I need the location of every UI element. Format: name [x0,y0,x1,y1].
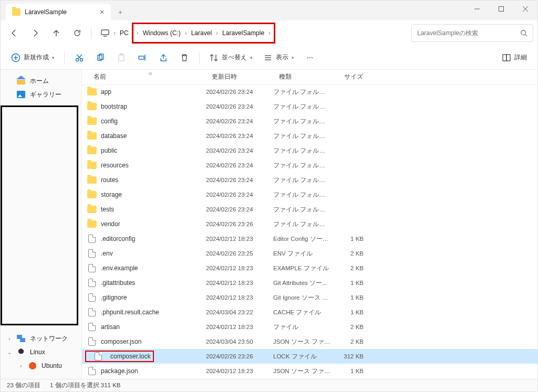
more-button[interactable]: ⋯ [302,52,318,63]
chevron-right-icon[interactable]: › [267,29,272,37]
file-date: 2024/02/26 23:24 [206,103,273,110]
close-button[interactable] [513,1,537,17]
chevron-right-icon[interactable]: › [7,336,12,342]
file-row[interactable]: composer.lock2024/02/26 23:26LOCK ファイル31… [82,349,537,364]
search-input[interactable]: LaravelSampleの検索 [411,24,533,42]
column-type[interactable]: 種類 [273,72,330,81]
file-row[interactable]: package.json2024/02/12 18:23JSON ソース ファイ… [82,364,537,378]
file-list[interactable]: app2024/02/26 23:24ファイル フォルダーbootstrap20… [82,84,537,379]
file-row[interactable]: app2024/02/26 23:24ファイル フォルダー [82,84,537,99]
back-button[interactable] [5,24,24,43]
pc-icon[interactable] [98,27,112,39]
chevron-right-icon[interactable]: › [136,29,140,37]
chevron-right-icon[interactable]: › [112,29,117,37]
file-type: ファイル フォルダー [273,220,331,228]
search-placeholder: LaravelSampleの検索 [417,29,516,38]
file-name: .editorconfig [101,235,206,242]
file-icon [87,264,97,272]
chevron-right-icon[interactable]: › [184,29,188,37]
file-size: 2 KB [331,324,369,330]
trash-icon [180,53,189,62]
svg-rect-25 [506,55,510,61]
copy-button[interactable] [92,51,109,65]
folder-icon [87,103,97,110]
column-size[interactable]: サイズ [330,72,368,81]
folder-icon [87,206,97,213]
cut-button[interactable] [71,51,88,65]
file-row[interactable]: .gitignore2024/02/12 18:23Git Ignore ソース… [82,290,537,305]
share-button[interactable] [155,51,172,65]
file-name: .phpunit.result.cache [101,309,206,316]
new-button[interactable]: 新規作成 ▾ [8,51,58,65]
file-date: 2024/02/26 23:24 [206,133,273,139]
column-date[interactable]: 更新日時 [205,72,273,81]
file-row[interactable]: storage2024/02/26 23:24ファイル フォルダー [82,187,537,202]
file-row[interactable]: config2024/02/26 23:24ファイル フォルダー [82,114,537,129]
file-row[interactable]: public2024/02/26 23:24ファイル フォルダー [82,143,537,158]
file-date: 2024/02/12 18:23 [206,265,273,271]
file-row[interactable]: resources2024/02/26 23:24ファイル フォルダー [82,158,537,173]
ubuntu-icon [29,362,36,369]
chevron-right-icon[interactable]: › [18,363,24,369]
breadcrumb-pc[interactable]: PC [117,27,132,39]
file-row[interactable]: vendor2024/02/26 23:26ファイル フォルダー [82,217,537,231]
paste-icon [117,53,126,62]
close-panel-icon[interactable]: ✕ [148,71,152,77]
file-date: 2024/02/12 18:23 [206,368,273,374]
svg-point-11 [76,58,79,61]
new-tab-button[interactable]: ＋ [111,4,130,20]
file-row[interactable]: .env2024/02/26 23:25ENV ファイル2 KB [82,246,537,261]
file-icon [87,293,97,302]
file-icon [87,249,97,258]
breadcrumb-item-1[interactable]: Laravel [188,27,215,39]
file-date: 2024/02/26 23:24 [206,118,273,124]
sidebar: ホーム ギャラリー › ネットワーク ⌄ Linux › Ubuntu [1,70,82,379]
tab-current[interactable]: LaravelSample ✕ [6,4,111,20]
file-row[interactable]: .gitattributes2024/02/12 18:23Git Attrib… [82,276,537,290]
chevron-right-icon[interactable]: › [215,29,219,37]
file-row[interactable]: .env.example2024/02/12 18:23EXAMPLE ファイル… [82,261,537,276]
refresh-button[interactable] [68,24,87,43]
sidebar-item-gallery[interactable]: ギャラリー [1,88,81,101]
rename-button[interactable] [134,51,151,65]
file-type: CACHE ファイル [273,309,331,316]
file-row[interactable]: bootstrap2024/02/26 23:24ファイル フォルダー [82,99,537,114]
tab-close-icon[interactable]: ✕ [99,8,105,16]
sidebar-redacted-area [1,105,78,325]
view-button[interactable]: 表示 ▾ [260,51,297,65]
delete-button[interactable] [176,51,193,65]
file-row[interactable]: database2024/02/26 23:24ファイル フォルダー [82,129,537,143]
breadcrumb-item-0[interactable]: Windows (C:) [140,27,184,39]
sidebar-item-ubuntu[interactable]: › Ubuntu [1,359,81,373]
details-button[interactable]: 詳細 [499,51,530,65]
file-icon [94,352,103,361]
file-name: composer.json [101,338,206,345]
file-row[interactable]: routes2024/02/26 23:24ファイル フォルダー [82,173,537,187]
column-name[interactable]: 名前 [82,72,205,81]
file-name: .gitattributes [101,279,206,287]
sidebar-item-linux[interactable]: ⌄ Linux [1,345,81,359]
breadcrumb-item-2[interactable]: LaravelSample [219,27,267,39]
file-row[interactable]: artisan2024/02/12 18:23ファイル2 KB [82,320,537,334]
file-row[interactable]: .phpunit.result.cache2024/03/04 23:22CAC… [82,305,537,320]
sort-button[interactable]: 並べ替え ▾ [206,51,256,65]
file-date: 2024/02/26 23:24 [206,147,273,154]
paste-button [113,51,130,65]
chevron-down-icon[interactable]: ⌄ [7,349,12,355]
file-size: 2 KB [331,265,369,271]
column-headers[interactable]: ✕ 名前 更新日時 種類 サイズ [82,70,537,84]
home-icon [17,77,25,84]
sidebar-item-home[interactable]: ホーム [1,74,81,88]
file-row[interactable]: composer.json2024/03/04 23:50JSON ソース ファ… [82,334,537,349]
sidebar-item-network[interactable]: › ネットワーク [1,332,81,345]
minimize-button[interactable] [465,1,489,17]
maximize-button[interactable] [489,1,513,17]
file-name: package.json [101,367,206,375]
up-button[interactable] [47,24,66,43]
breadcrumb[interactable]: › PC › Windows (C:) › Laravel › LaravelS… [96,24,409,42]
copy-icon [96,53,105,62]
file-row[interactable]: .editorconfig2024/02/12 18:23Editor Conf… [82,231,537,246]
forward-button[interactable] [26,24,45,43]
file-row[interactable]: tests2024/02/26 23:24ファイル フォルダー [82,202,537,217]
chevron-down-icon: ▾ [250,55,253,60]
